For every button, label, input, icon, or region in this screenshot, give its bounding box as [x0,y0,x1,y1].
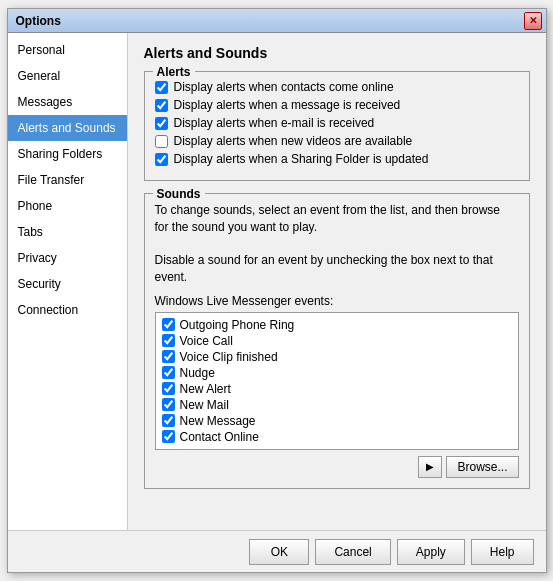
event-label-2: Voice Clip finished [180,350,278,364]
sounds-desc-line2: for the sound you want to play. [155,220,318,234]
event-label-4: New Alert [180,382,231,396]
sidebar-item-connection[interactable]: Connection [8,297,127,323]
alert-row-4: Display alerts when a Sharing Folder is … [155,152,519,166]
event-row-1: Voice Call [160,333,514,349]
title-bar: Options ✕ [8,9,546,33]
sidebar-item-sharing-folders[interactable]: Sharing Folders [8,141,127,167]
event-checkbox-7[interactable] [162,430,175,443]
close-button[interactable]: ✕ [524,12,542,30]
event-row-6: New Message [160,413,514,429]
event-row-0: Outgoing Phone Ring [160,317,514,333]
alert-row-3: Display alerts when new videos are avail… [155,134,519,148]
alert-label-4: Display alerts when a Sharing Folder is … [174,152,429,166]
alert-row-0: Display alerts when contacts come online [155,80,519,94]
event-label-7: Contact Online [180,430,259,444]
sidebar-item-security[interactable]: Security [8,271,127,297]
events-list: Outgoing Phone RingVoice CallVoice Clip … [155,312,519,450]
sounds-group: Sounds To change sounds, select an event… [144,193,530,489]
sidebar-item-general[interactable]: General [8,63,127,89]
browse-button[interactable]: Browse... [446,456,518,478]
options-window: Options ✕ PersonalGeneralMessagesAlerts … [7,8,547,573]
alert-checkbox-3[interactable] [155,135,168,148]
sidebar-item-tabs[interactable]: Tabs [8,219,127,245]
sounds-desc-line5: event. [155,270,188,284]
page-title: Alerts and Sounds [144,45,530,61]
alert-row-2: Display alerts when e-mail is received [155,116,519,130]
sidebar-item-file-transfer[interactable]: File Transfer [8,167,127,193]
alerts-group: Alerts Display alerts when contacts come… [144,71,530,181]
alert-checkbox-4[interactable] [155,153,168,166]
event-checkbox-5[interactable] [162,398,175,411]
bottom-bar: OK Cancel Apply Help [8,530,546,572]
alert-row-1: Display alerts when a message is receive… [155,98,519,112]
event-label-5: New Mail [180,398,229,412]
event-label-3: Nudge [180,366,215,380]
play-button[interactable]: ▶ [418,456,442,478]
sounds-controls: ▶ Browse... [155,456,519,478]
sidebar-item-messages[interactable]: Messages [8,89,127,115]
event-checkbox-4[interactable] [162,382,175,395]
content-area: Alerts and Sounds Alerts Display alerts … [128,33,546,530]
sidebar-item-alerts-and-sounds[interactable]: Alerts and Sounds [8,115,127,141]
play-icon: ▶ [426,461,434,472]
alert-checkbox-1[interactable] [155,99,168,112]
alert-label-0: Display alerts when contacts come online [174,80,394,94]
event-checkbox-6[interactable] [162,414,175,427]
sidebar-item-phone[interactable]: Phone [8,193,127,219]
sounds-desc-line1: To change sounds, select an event from t… [155,203,501,217]
sidebar: PersonalGeneralMessagesAlerts and Sounds… [8,33,128,530]
event-row-2: Voice Clip finished [160,349,514,365]
sounds-content: To change sounds, select an event from t… [155,202,519,478]
ok-button[interactable]: OK [249,539,309,565]
events-label: Windows Live Messenger events: [155,294,519,308]
event-row-7: Contact Online [160,429,514,445]
event-row-3: Nudge [160,365,514,381]
alerts-list: Display alerts when contacts come online… [155,80,519,166]
event-checkbox-3[interactable] [162,366,175,379]
alert-checkbox-2[interactable] [155,117,168,130]
sidebar-item-personal[interactable]: Personal [8,37,127,63]
alerts-group-label: Alerts [153,65,195,79]
event-row-5: New Mail [160,397,514,413]
window-title: Options [16,14,61,28]
event-checkbox-2[interactable] [162,350,175,363]
event-checkbox-0[interactable] [162,318,175,331]
window-body: PersonalGeneralMessagesAlerts and Sounds… [8,33,546,530]
apply-button[interactable]: Apply [397,539,465,565]
event-row-4: New Alert [160,381,514,397]
alert-label-2: Display alerts when e-mail is received [174,116,375,130]
event-checkbox-1[interactable] [162,334,175,347]
event-label-6: New Message [180,414,256,428]
sounds-description: To change sounds, select an event from t… [155,202,519,286]
event-label-1: Voice Call [180,334,233,348]
alert-checkbox-0[interactable] [155,81,168,94]
help-button[interactable]: Help [471,539,534,565]
sounds-group-label: Sounds [153,187,205,201]
sidebar-item-privacy[interactable]: Privacy [8,245,127,271]
alert-label-3: Display alerts when new videos are avail… [174,134,413,148]
event-label-0: Outgoing Phone Ring [180,318,295,332]
cancel-button[interactable]: Cancel [315,539,390,565]
sounds-desc-line4: Disable a sound for an event by unchecki… [155,253,493,267]
alert-label-1: Display alerts when a message is receive… [174,98,401,112]
